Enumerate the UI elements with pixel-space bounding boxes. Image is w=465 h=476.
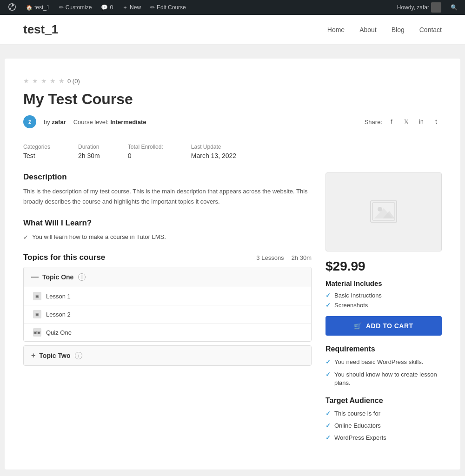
comments-label: 0 — [110, 4, 113, 11]
meta-categories-label: Categories — [23, 144, 50, 150]
requirements-list: ✓ You need basic WordPress skills. ✓ You… — [326, 358, 442, 387]
topics-header: Topics for this course 3 Lessons 2h 30m — [23, 253, 312, 262]
course-title: My Test Course — [23, 90, 442, 108]
course-price: $29.99 — [326, 259, 442, 274]
meta-categories: Categories Test — [23, 144, 50, 159]
user-avatar-icon — [431, 2, 441, 13]
audience-text-1: This course is for — [334, 410, 380, 418]
meta-enrolled: Total Enrolled: 0 — [128, 144, 163, 159]
course-image-placeholder — [370, 200, 398, 225]
audience-item-3: ✓ WordPress Experts — [326, 434, 442, 442]
site-name-label: test_1 — [34, 4, 50, 11]
audience-text-3: WordPress Experts — [334, 434, 386, 442]
topic-one-collapse-icon: — — [31, 273, 39, 281]
topic-one-header[interactable]: — Topic One i — [24, 267, 311, 287]
meta-last-update: Last Update March 13, 2022 — [191, 144, 236, 159]
learn-title: What Will I Learn? — [23, 218, 312, 228]
howdy-text: Howdy, zafar — [397, 4, 429, 11]
share-twitter[interactable]: 𝕏 — [401, 116, 412, 127]
site-header: test_1 Home About Blog Contact — [0, 15, 465, 45]
customize-label: Customize — [66, 4, 92, 11]
comments-icon: 💬 — [101, 4, 108, 11]
learn-list: ✓ You will learn how to make a course in… — [23, 232, 312, 242]
customize-icon: ✏ — [59, 4, 64, 11]
author-link[interactable]: zafar — [52, 119, 66, 126]
share-tumblr[interactable]: t — [431, 116, 442, 127]
meta-last-update-value: March 13, 2022 — [191, 152, 236, 159]
meta-duration: Duration 2h 30m — [78, 144, 100, 159]
description-section: Description This is the description of m… — [23, 172, 312, 207]
material-item-1: ✓ Basic Instructions — [326, 292, 442, 299]
req-check-2: ✓ — [326, 370, 331, 379]
new-content-item[interactable]: ＋ New — [119, 0, 145, 15]
wp-logo-icon — [7, 2, 17, 13]
lesson-1-item: ▣ Lesson 1 — [24, 287, 311, 305]
share-linkedin[interactable]: in — [416, 116, 427, 127]
site-name-item[interactable]: 🏠 test_1 — [22, 0, 53, 15]
star-2: ★ — [32, 77, 38, 85]
edit-course-item[interactable]: ✏ Edit Course — [146, 0, 190, 15]
content-grid: Description This is the description of m… — [23, 172, 442, 446]
main-column: Description This is the description of m… — [23, 172, 312, 446]
edit-icon: ✏ — [150, 4, 155, 11]
topics-section: Topics for this course 3 Lessons 2h 30m … — [23, 253, 312, 366]
course-page: ★ ★ ★ ★ ★ 0 (0) My Test Course z by zafa… — [5, 59, 460, 469]
comments-item[interactable]: 💬 0 — [97, 0, 117, 15]
topic-two-accordion: + Topic Two i — [23, 345, 312, 366]
topic-two-info-icon: i — [75, 352, 82, 359]
description-title: Description — [23, 172, 312, 182]
lesson-1-title: Lesson 1 — [46, 293, 71, 300]
lessons-count: 3 Lessons — [256, 254, 284, 261]
topic-one-accordion: — Topic One i ▣ Lesson 1 ▣ Lesson 2 ▣▣ — [23, 267, 312, 342]
share-facebook[interactable]: f — [386, 116, 397, 127]
topic-two-header[interactable]: + Topic Two i — [24, 346, 311, 365]
star-4: ★ — [50, 77, 56, 85]
course-image — [326, 172, 442, 251]
cart-icon: 🛒 — [354, 322, 362, 330]
new-label: New — [130, 4, 141, 11]
star-3: ★ — [41, 77, 47, 85]
wp-logo-item[interactable] — [4, 0, 20, 15]
topics-meta: 3 Lessons 2h 30m — [256, 254, 312, 261]
audience-title: Target Audience — [326, 397, 442, 405]
add-to-cart-label: ADD TO CART — [366, 322, 413, 330]
audience-check-2: ✓ — [326, 422, 331, 430]
star-1: ★ — [23, 77, 29, 85]
material-item-2: ✓ Screenshots — [326, 302, 442, 309]
meta-enrolled-value: 0 — [128, 152, 132, 159]
topic-two-expand-icon: + — [31, 351, 35, 360]
audience-text-2: Online Educators — [334, 422, 381, 430]
quiz-one-title: Quiz One — [46, 329, 72, 336]
nav-home[interactable]: Home — [327, 26, 345, 33]
lesson-2-icon: ▣ — [33, 310, 41, 318]
customize-item[interactable]: ✏ Customize — [55, 0, 96, 15]
star-5: ★ — [59, 77, 65, 85]
material-title: Material Includes — [326, 279, 442, 287]
admin-bar: 🏠 test_1 ✏ Customize 💬 0 ＋ New ✏ Edit Co… — [0, 0, 465, 15]
edit-course-label: Edit Course — [157, 4, 186, 11]
quiz-one-item: ▣▣ Quiz One — [24, 323, 311, 341]
search-item[interactable]: 🔍 — [447, 4, 461, 11]
audience-check-3: ✓ — [326, 434, 331, 442]
topic-one-info-icon: i — [78, 273, 86, 281]
site-logo: test_1 — [23, 22, 58, 37]
share-row: Share: f 𝕏 in t — [365, 116, 442, 127]
audience-list: ✓ This course is for ✓ Online Educators … — [326, 410, 442, 443]
req-text-2: You should know how to create lesson pla… — [334, 370, 442, 387]
admin-bar-right: Howdy, zafar 🔍 — [393, 2, 461, 13]
req-check-1: ✓ — [326, 358, 331, 366]
site-nav: Home About Blog Contact — [327, 26, 442, 33]
meta-last-update-label: Last Update — [191, 144, 236, 150]
add-to-cart-button[interactable]: 🛒 ADD TO CART — [326, 316, 442, 336]
material-check-1: ✓ — [326, 292, 331, 299]
nav-about[interactable]: About — [359, 26, 377, 33]
nav-blog[interactable]: Blog — [392, 26, 405, 33]
howdy-item[interactable]: Howdy, zafar — [393, 2, 445, 13]
rating-row: ★ ★ ★ ★ ★ 0 (0) — [23, 77, 442, 85]
author-text: by zafar — [44, 119, 66, 126]
req-text-1: You need basic WordPress skills. — [334, 358, 423, 366]
audience-item-1: ✓ This course is for — [326, 410, 442, 418]
site-icon: 🏠 — [26, 5, 33, 11]
check-icon-1: ✓ — [23, 233, 28, 242]
nav-contact[interactable]: Contact — [419, 26, 442, 33]
